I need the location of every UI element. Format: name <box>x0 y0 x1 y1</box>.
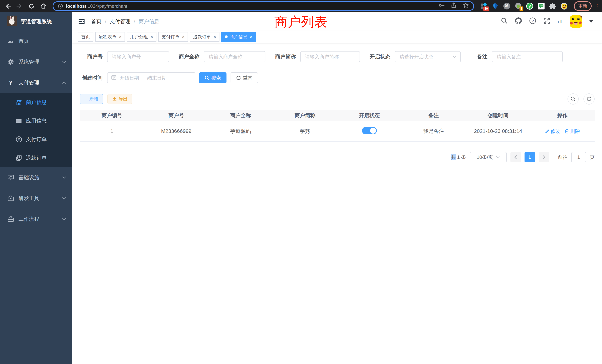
chrome-update-button[interactable]: 更新 <box>574 1 592 11</box>
merchant-list-page: 商户号 商户全称 商户简称 开启状态 请选择开启状态 备注 <box>72 43 602 162</box>
tab-process-form[interactable]: 流程表单× <box>95 32 125 42</box>
tab-user-group[interactable]: 用户分组× <box>127 32 156 42</box>
tab-home[interactable]: 首页 <box>78 32 93 42</box>
date-range-picker[interactable]: 开始日期 - 结束日期 <box>107 72 195 83</box>
remark-input[interactable] <box>492 51 563 62</box>
close-icon[interactable]: × <box>214 34 216 40</box>
help-icon[interactable]: ? <box>529 17 536 26</box>
puzzle-extensions-icon[interactable] <box>549 2 556 10</box>
sidebar-toggle-icon[interactable] <box>78 18 85 25</box>
app-logo-row[interactable]: 芋道管理系统 <box>0 12 72 31</box>
yudao-extension-icon[interactable]: y <box>526 2 533 10</box>
user-avatar[interactable] <box>570 15 582 28</box>
close-icon[interactable]: × <box>182 34 185 40</box>
breadcrumb-separator: / <box>105 19 106 24</box>
close-icon[interactable]: × <box>250 34 252 40</box>
sidebar-item-refund-order[interactable]: 退款订单 <box>0 149 72 167</box>
breadcrumb-separator: / <box>134 19 135 24</box>
goto-page-input[interactable] <box>571 152 586 162</box>
app-logo-rabbit <box>7 16 17 27</box>
address-bar[interactable]: localhost:1024/pay/merchant <box>53 1 474 11</box>
key-icon[interactable] <box>439 2 445 10</box>
search-button[interactable]: 搜索 <box>199 72 226 83</box>
merchant-no-input[interactable] <box>107 51 169 62</box>
edit-link[interactable]: 修改 <box>545 128 560 135</box>
command-extension-icon[interactable]: ⌘ <box>503 2 510 10</box>
dashboard-icon <box>7 38 14 44</box>
tab-label: 退款订单 <box>193 34 211 40</box>
chat-extension-icon[interactable] <box>538 2 545 10</box>
create-time-label: 创建时间 <box>80 74 103 81</box>
start-date-placeholder: 开始日期 <box>120 75 139 81</box>
cell-merchant-id: 1 <box>80 128 144 134</box>
sidebar-item-system[interactable]: 系统管理 <box>0 52 72 72</box>
close-icon[interactable]: × <box>119 34 122 40</box>
page-size-select[interactable]: 10条/页 <box>470 152 507 162</box>
reload-icon[interactable] <box>27 1 36 11</box>
status-toggle-on[interactable] <box>362 127 377 134</box>
share-icon[interactable] <box>451 2 457 10</box>
prev-page-button[interactable] <box>510 152 521 162</box>
short-name-input[interactable] <box>300 51 360 62</box>
sidebar-item-merchant-info[interactable]: 商户信息 <box>0 93 72 112</box>
chevron-down-icon <box>496 156 500 159</box>
sidebar-item-label: 基础设施 <box>19 174 39 181</box>
forward-icon[interactable] <box>15 1 24 11</box>
tab-label: 首页 <box>81 34 90 40</box>
tab-refund-order[interactable]: 退款订单× <box>190 32 219 42</box>
extension-badge: 10 <box>483 7 489 11</box>
header-search-icon[interactable] <box>501 17 508 26</box>
sidebar-item-workflow[interactable]: 工作流程 <box>0 209 72 229</box>
sidebar-item-home[interactable]: 首页 <box>0 31 72 52</box>
reset-button[interactable]: 重置 <box>231 72 258 83</box>
sidebar-item-label: 商户信息 <box>26 99 47 106</box>
export-button[interactable]: 导出 <box>108 94 132 104</box>
page-size-value: 10条/页 <box>477 154 493 161</box>
github-icon[interactable] <box>515 17 522 26</box>
breadcrumb-pay[interactable]: 支付管理 <box>110 18 130 25</box>
site-info-icon[interactable] <box>58 3 63 9</box>
kite-extension-icon[interactable] <box>492 2 499 10</box>
close-icon[interactable]: × <box>150 34 153 40</box>
add-button[interactable]: + 新增 <box>80 94 103 104</box>
tab-pay-order[interactable]: 支付订单× <box>158 32 188 42</box>
browser-menu-icon[interactable]: ⋮ <box>595 3 598 9</box>
tab-merchant-info[interactable]: 商户信息× <box>221 32 256 42</box>
page-number-1[interactable]: 1 <box>525 152 535 162</box>
breadcrumb-home[interactable]: 首页 <box>91 18 102 25</box>
sidebar-item-infra[interactable]: 基础设施 <box>0 167 72 188</box>
status-select-placeholder: 请选择开启状态 <box>400 54 453 60</box>
chevron-down-icon <box>62 60 66 63</box>
svg-text:?: ? <box>531 19 534 23</box>
end-date-placeholder: 结束日期 <box>147 75 167 81</box>
show-search-toggle-button[interactable] <box>568 93 579 105</box>
emoji-extension-icon[interactable] <box>560 2 568 10</box>
breadcrumb-current: 商户信息 <box>139 18 159 25</box>
grid-icon <box>16 118 22 123</box>
refresh-table-button[interactable] <box>583 93 595 105</box>
sidebar-item-pay[interactable]: ¥ 支付管理 <box>0 72 72 93</box>
tasks-extension-icon[interactable]: 10 <box>480 2 487 10</box>
sidebar-item-app-info[interactable]: 应用信息 <box>0 112 72 130</box>
back-icon[interactable] <box>3 1 13 11</box>
date-separator: - <box>142 75 144 81</box>
bookmark-star-icon[interactable] <box>463 2 469 10</box>
monitor-icon <box>7 175 14 181</box>
col-header: 创建时间 <box>466 112 530 119</box>
fullscreen-icon[interactable] <box>543 17 550 26</box>
calendar-icon <box>111 75 116 81</box>
sidebar-item-devtool[interactable]: 研发工具 <box>0 188 72 209</box>
tab-label: 流程表单 <box>99 34 116 40</box>
full-name-input[interactable] <box>204 51 265 62</box>
sidebar-item-label: 首页 <box>19 38 29 45</box>
sidebar-item-pay-order[interactable]: ¥ 支付订单 <box>0 130 72 149</box>
status-select[interactable]: 请选择开启状态 <box>395 51 461 62</box>
svg-text:¥: ¥ <box>18 138 20 141</box>
avocado-extension-icon[interactable]: 1 <box>515 2 522 10</box>
next-page-button[interactable] <box>539 152 549 162</box>
col-header: 商户简称 <box>273 112 337 119</box>
home-icon[interactable] <box>39 1 48 11</box>
avatar-dropdown-caret-icon[interactable] <box>589 20 593 23</box>
delete-link[interactable]: 删除 <box>565 128 580 135</box>
font-size-icon[interactable]: TT <box>557 19 563 24</box>
